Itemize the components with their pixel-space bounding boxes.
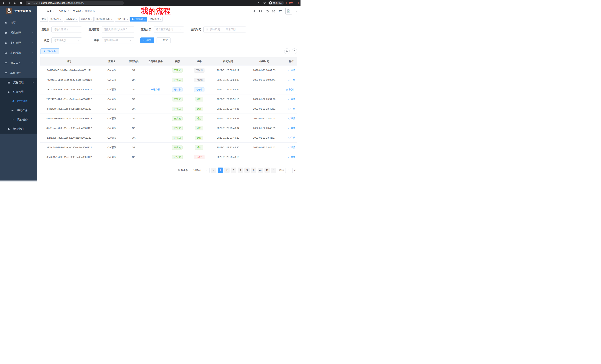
edit-icon: [296, 88, 297, 91]
detail-button[interactable]: 详情: [288, 78, 295, 82]
column-header: 结果: [185, 57, 213, 66]
cancel-button[interactable]: 取消: [286, 88, 294, 91]
goto-page-input[interactable]: 1: [285, 168, 293, 173]
sidebar-item-done-task[interactable]: 已办任务: [0, 115, 37, 124]
detail-button[interactable]: 详情: [288, 69, 295, 72]
sidebar-item-label: 流程管理: [13, 81, 24, 84]
prev-page-button[interactable]: [211, 168, 216, 173]
help-icon[interactable]: [266, 10, 269, 13]
browser-reload-button[interactable]: [13, 1, 17, 5]
breadcrumb-item[interactable]: 工作流程: [56, 10, 66, 13]
status-select[interactable]: 请选择状态: [51, 38, 82, 43]
browser-forward-button[interactable]: [8, 1, 11, 5]
page-button-5[interactable]: 5: [244, 168, 250, 173]
detail-button[interactable]: 详情: [288, 107, 295, 111]
browser-menu-dots-icon[interactable]: [295, 2, 297, 4]
bookmark-star-icon[interactable]: [263, 1, 266, 4]
process-id: 7470a810-7b9b-11ec-b5b7-acde48001122: [46, 78, 92, 81]
browser-home-button[interactable]: [19, 1, 22, 5]
breadcrumb-item[interactable]: 任务管理: [70, 10, 81, 13]
sidebar-item-my-process[interactable]: 我的流程: [0, 96, 37, 106]
user-icon: [7, 127, 10, 130]
category-select[interactable]: 请选择流程分类: [154, 27, 184, 32]
more-pages-button[interactable]: •••: [258, 168, 263, 173]
sidebar-item-system[interactable]: 系统管理: [0, 28, 37, 38]
close-icon[interactable]: ×: [160, 17, 161, 21]
detail-button[interactable]: 详情: [288, 155, 295, 159]
tab-process-form[interactable]: 流程表单×: [79, 17, 94, 21]
tab-label: 流程定义: [50, 17, 59, 21]
fullscreen-icon[interactable]: [272, 10, 275, 13]
table-row: 331bc281-7b9a-11ec-a290-acde48001122OA 请…: [40, 143, 297, 152]
table-search-toggle-button[interactable]: [284, 48, 290, 54]
detail-button[interactable]: 详情: [288, 117, 295, 120]
current-task-link[interactable]: 一级审批: [151, 88, 160, 91]
result-select[interactable]: 请选择流结果: [101, 38, 134, 43]
tab-home[interactable]: 首页: [40, 17, 48, 21]
sidebar-item-home[interactable]: 首页: [0, 18, 37, 28]
tab-my-process[interactable]: 我的流程×: [130, 17, 147, 21]
tab-start-process[interactable]: 发起流程×: [148, 17, 162, 21]
sidebar-item-task-mgmt[interactable]: 任务管理: [0, 87, 37, 96]
table-refresh-button[interactable]: [291, 48, 297, 54]
incognito-icon: [270, 2, 272, 4]
detail-button[interactable]: 详情: [288, 146, 295, 149]
sidebar-item-workflow[interactable]: 工作流程: [0, 68, 37, 78]
submit-time-range-picker[interactable]: 开始日期 - 结束日期: [203, 27, 246, 32]
sidebar-item-process-mgmt[interactable]: 流程管理: [0, 78, 37, 87]
page-button-4[interactable]: 4: [238, 168, 243, 173]
key-icon[interactable]: [258, 1, 261, 4]
page-button-6[interactable]: 6: [251, 168, 256, 173]
status-tag: 已完成: [172, 136, 182, 140]
page-size-select[interactable]: 10条/页: [191, 168, 210, 173]
update-button[interactable]: 更新: [286, 1, 299, 5]
key-icon: [258, 1, 261, 4]
tab-process-form-edit[interactable]: 流程表单-编辑×: [95, 17, 114, 21]
detail-button[interactable]: 详情: [288, 136, 295, 140]
close-icon[interactable]: ×: [75, 17, 77, 21]
sidebar-logo[interactable]: 芋道管理系统: [0, 6, 37, 16]
process-category: OA: [132, 107, 135, 110]
tab-process-definition[interactable]: 流程定义×: [49, 17, 63, 21]
github-icon[interactable]: [259, 9, 262, 13]
avatar-caret-down-icon[interactable]: [295, 10, 298, 12]
page-button-1[interactable]: 1: [218, 168, 223, 173]
page-button-11[interactable]: 11: [264, 168, 270, 173]
detail-button[interactable]: 详情: [296, 88, 297, 91]
calendar-icon: [206, 28, 210, 31]
close-icon[interactable]: ×: [91, 17, 92, 21]
process-name: OA 请假: [107, 156, 116, 158]
close-icon[interactable]: ×: [144, 17, 145, 21]
breadcrumb-item[interactable]: 首页: [47, 10, 52, 13]
process-name-input[interactable]: 请输入流程名: [51, 27, 82, 32]
sidebar-item-dev-tools[interactable]: 研发工具: [0, 58, 37, 68]
font-size-icon[interactable]: TT: [279, 9, 282, 13]
close-icon[interactable]: ×: [111, 17, 112, 21]
page-button-3[interactable]: 3: [231, 168, 236, 173]
placeholder-text: 请输入流程定义的编号: [104, 28, 128, 31]
sidebar-item-payment[interactable]: 支付管理: [0, 38, 37, 48]
tab-user-group[interactable]: 用户分组×: [115, 17, 130, 21]
robot-icon: [11, 100, 14, 103]
chevron-down-icon: [77, 39, 80, 42]
detail-button[interactable]: 详情: [288, 98, 295, 101]
tab-process-model[interactable]: 流程模型×: [64, 17, 78, 21]
sidebar-item-infrastructure[interactable]: 基础设施: [0, 48, 37, 58]
page-button-2[interactable]: 2: [224, 168, 230, 173]
detail-button[interactable]: 详情: [288, 126, 295, 130]
next-page-button[interactable]: [271, 168, 276, 173]
process-def-input[interactable]: 请输入流程定义的编号: [101, 27, 134, 32]
close-icon[interactable]: ×: [127, 17, 128, 21]
sidebar-item-leave-query[interactable]: 请假查询: [0, 124, 37, 134]
sidebar-collapse-icon[interactable]: [40, 9, 44, 13]
close-icon[interactable]: ×: [60, 17, 61, 21]
browser-back-button[interactable]: [2, 1, 5, 5]
reset-button[interactable]: 重置: [157, 38, 171, 43]
start-process-button[interactable]: 发起流程: [40, 48, 59, 54]
sidebar-item-todo-task[interactable]: 待办任务: [0, 106, 37, 115]
address-bar[interactable]: 不安全 dashboard.yudao.iocoder.cn /bpm/task…: [26, 1, 124, 5]
search-button[interactable]: 搜索: [140, 38, 154, 43]
search-icon[interactable]: [252, 10, 256, 13]
avatar[interactable]: [285, 8, 292, 14]
edit-icon: [288, 108, 290, 110]
